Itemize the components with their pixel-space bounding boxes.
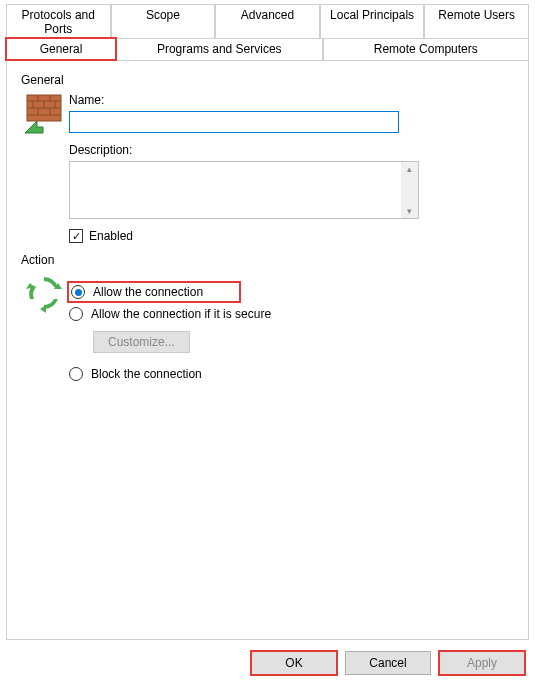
radio-allow-secure-circle[interactable] (69, 307, 83, 321)
tab-scope[interactable]: Scope (111, 4, 216, 39)
tab-protocols-and-ports[interactable]: Protocols and Ports (6, 4, 111, 39)
general-tab-panel: General Name: (6, 60, 529, 640)
svg-marker-11 (25, 121, 43, 133)
name-input[interactable] (69, 111, 399, 133)
tab-remote-computers[interactable]: Remote Computers (323, 38, 530, 60)
radio-allow-connection[interactable]: Allow the connection (69, 283, 239, 301)
tab-advanced[interactable]: Advanced (215, 4, 320, 39)
dialog-button-row: OK Cancel Apply (251, 651, 525, 675)
description-input[interactable] (70, 162, 400, 218)
action-group-label: Action (21, 253, 516, 267)
radio-allow-secure-label: Allow the connection if it is secure (91, 307, 271, 321)
cancel-button[interactable]: Cancel (345, 651, 431, 675)
tab-row-2: General Programs and Services Remote Com… (6, 38, 529, 60)
radio-block-connection[interactable]: Block the connection (69, 367, 516, 381)
radio-block-circle[interactable] (69, 367, 83, 381)
tab-local-principals[interactable]: Local Principals (320, 4, 425, 39)
action-fields: Allow the connection Allow the connectio… (69, 271, 516, 387)
enabled-checkbox-row[interactable]: ✓ Enabled (69, 229, 516, 243)
general-group: Name: Description: ▴ ▾ ✓ Enabled (19, 91, 516, 243)
svg-marker-13 (40, 305, 46, 313)
scroll-down-icon[interactable]: ▾ (401, 204, 418, 218)
action-group: Allow the connection Allow the connectio… (19, 271, 516, 387)
apply-button[interactable]: Apply (439, 651, 525, 675)
description-scrollbar[interactable]: ▴ ▾ (401, 162, 418, 218)
tab-remote-users[interactable]: Remote Users (424, 4, 529, 39)
tab-general[interactable]: General (6, 38, 116, 60)
firewall-rule-properties-dialog: Protocols and Ports Scope Advanced Local… (0, 0, 535, 685)
radio-allow-secure[interactable]: Allow the connection if it is secure (69, 307, 516, 321)
tab-strip: Protocols and Ports Scope Advanced Local… (0, 0, 535, 61)
name-label: Name: (69, 93, 516, 107)
description-wrap: ▴ ▾ (69, 161, 419, 219)
radio-allow-label: Allow the connection (93, 285, 203, 299)
radio-allow-circle[interactable] (71, 285, 85, 299)
radio-block-label: Block the connection (91, 367, 202, 381)
scroll-up-icon[interactable]: ▴ (401, 162, 418, 176)
enabled-label: Enabled (89, 229, 133, 243)
description-label: Description: (69, 143, 516, 157)
firewall-icon (19, 91, 69, 243)
action-radio-group: Allow the connection Allow the connectio… (69, 283, 516, 381)
general-fields: Name: Description: ▴ ▾ ✓ Enabled (69, 91, 516, 243)
enabled-checkbox[interactable]: ✓ (69, 229, 83, 243)
customize-button: Customize... (93, 331, 190, 353)
ok-button[interactable]: OK (251, 651, 337, 675)
tab-row-1: Protocols and Ports Scope Advanced Local… (6, 4, 529, 39)
general-group-label: General (21, 73, 516, 87)
tab-programs-and-services[interactable]: Programs and Services (116, 38, 323, 60)
recycle-icon (19, 271, 69, 387)
